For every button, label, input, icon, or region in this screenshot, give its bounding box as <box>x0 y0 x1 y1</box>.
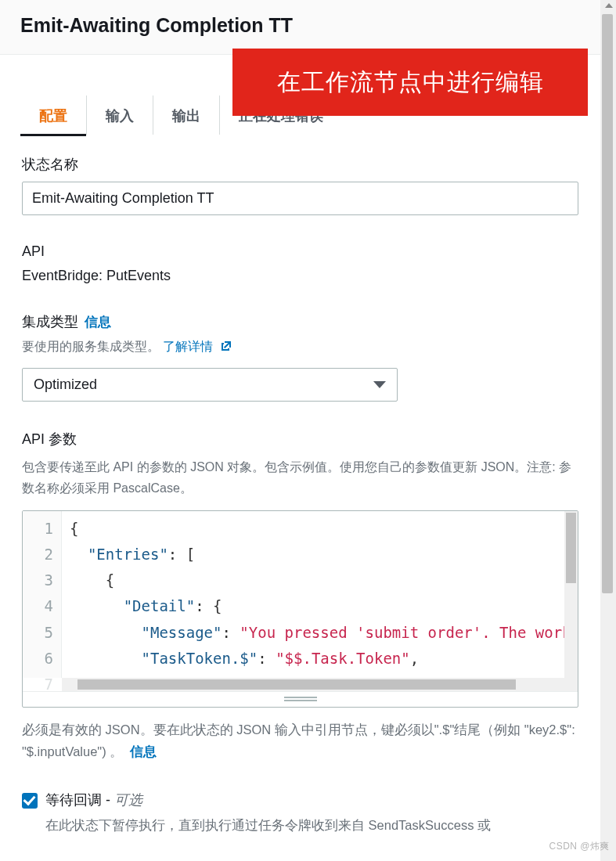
page-vertical-scrollbar[interactable] <box>600 0 616 861</box>
tab-input-label: 输入 <box>106 108 134 124</box>
state-name-label: 状态名称 <box>22 155 578 174</box>
tab-config-label: 配置 <box>39 108 67 124</box>
panel-scroll-container[interactable]: Emit-Awaiting Completion TT 在工作流节点中进行编辑 … <box>0 0 600 861</box>
editor-body[interactable]: { "Entries": [ { "Detail": { "Message": … <box>62 511 564 678</box>
wait-callback-checkbox[interactable] <box>22 793 38 809</box>
learn-more-link[interactable]: 了解详情 <box>163 340 232 353</box>
state-name-input[interactable] <box>22 182 578 215</box>
integration-type-select[interactable]: Optimized <box>22 368 398 402</box>
wait-callback-description: 在此状态下暂停执行，直到执行通过任务令牌收到来自 SendTaskSuccess… <box>45 814 491 836</box>
editor-resize-handle[interactable] <box>23 691 578 707</box>
grip-lines-icon <box>284 697 317 701</box>
banner-text: 在工作流节点中进行编辑 <box>277 67 544 99</box>
tab-config[interactable]: 配置 <box>20 95 87 135</box>
api-params-description: 包含要传递至此 API 的参数的 JSON 对象。包含示例值。使用您自己的参数值… <box>22 456 578 499</box>
integration-type-label: 集成类型 <box>22 314 78 330</box>
wait-callback-label: 等待回调 - 可选 <box>45 791 491 809</box>
editor-gutter: 1 2 3 4 5 6 7 <box>23 511 62 678</box>
tab-input[interactable]: 输入 <box>87 95 153 135</box>
page-scroll-thumb[interactable] <box>602 14 613 593</box>
watermark: CSDN @炜爽 <box>549 840 610 853</box>
api-params-label: API 参数 <box>22 430 578 449</box>
wait-callback-row: 等待回调 - 可选 在此状态下暂停执行，直到执行通过任务令牌收到来自 SendT… <box>22 791 578 836</box>
scroll-arrow-up-icon[interactable] <box>605 3 613 8</box>
integration-selected-value: Optimized <box>34 376 97 393</box>
json-help-note: 必须是有效的 JSON。要在此状态的 JSON 输入中引用节点，键必须以".$"… <box>22 719 578 764</box>
editor-vertical-scrollbar[interactable] <box>564 511 578 678</box>
json-editor[interactable]: 1 2 3 4 5 6 7 { "Entries": [ { "Detail":… <box>22 510 578 708</box>
integration-subtext: 要使用的服务集成类型。 了解详情 <box>22 336 578 357</box>
json-help-info-link[interactable]: 信息 <box>130 744 157 759</box>
editor-vscroll-thumb[interactable] <box>566 513 576 583</box>
external-link-icon <box>220 337 232 350</box>
tab-output-label: 输出 <box>172 108 200 124</box>
api-label: API <box>22 243 578 260</box>
api-value: EventBridge: PutEvents <box>22 268 578 284</box>
editor-horizontal-scrollbar[interactable] <box>62 678 578 691</box>
tab-output[interactable]: 输出 <box>153 95 220 135</box>
integration-info-link[interactable]: 信息 <box>85 315 111 330</box>
edit-in-workflow-banner: 在工作流节点中进行编辑 <box>232 49 588 116</box>
header-bar: Emit-Awaiting Completion TT <box>0 0 600 55</box>
chevron-down-icon <box>373 381 386 388</box>
page-title: Emit-Awaiting Completion TT <box>20 14 580 37</box>
editor-hscroll-thumb[interactable] <box>77 679 516 690</box>
